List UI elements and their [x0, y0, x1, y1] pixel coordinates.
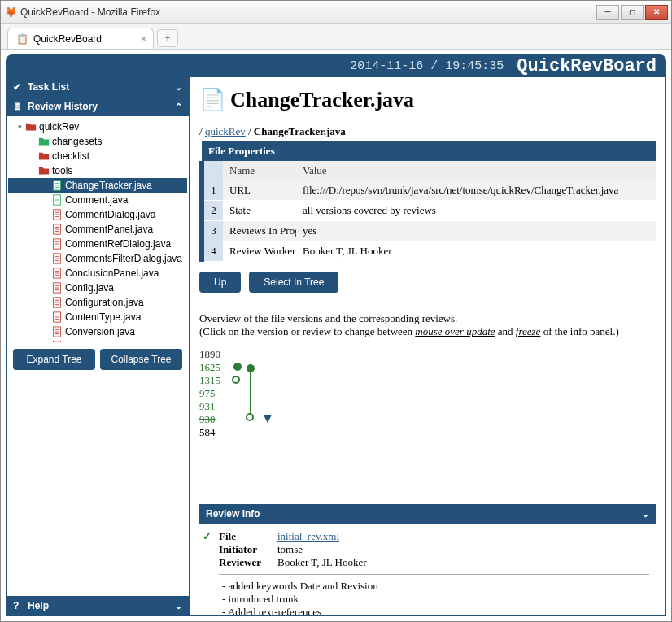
file-red-icon	[50, 268, 63, 279]
tree-item[interactable]: CommentsFilterDialog.java	[8, 251, 187, 266]
page-title: 📄 ChangeTracker.java	[199, 87, 656, 112]
version-link[interactable]: 931	[199, 400, 220, 413]
file-properties-table: File Properties Name Value 1URLfile:///D…	[199, 141, 656, 262]
file-red-icon	[50, 253, 63, 264]
folder-red-icon	[37, 150, 50, 162]
history-icon: 🗎	[13, 101, 24, 112]
check-icon: ✓	[203, 530, 212, 543]
version-link[interactable]: 1890	[199, 348, 220, 361]
table-row: 1URLfile:///D:/repos/svn/trunk/java/src/…	[202, 181, 656, 201]
panel-help[interactable]: ? Help ⌄	[7, 596, 189, 615]
maximize-button[interactable]: ◻	[621, 5, 644, 20]
file-icon: 📄	[199, 87, 225, 112]
tree-item[interactable]: ConclusionPanel.java	[8, 266, 187, 281]
file-red-icon	[50, 326, 63, 337]
review-reviewer: Booker T, JL Hooker	[277, 556, 367, 569]
checklist-icon: ✔	[13, 81, 24, 93]
panel-review-history[interactable]: 🗎 Review History ⌃	[7, 97, 189, 116]
version-link[interactable]: 1625	[199, 361, 220, 374]
sidebar: ✔ Task List ⌄ 🗎 Review History ⌃ ▾quickR…	[7, 77, 190, 615]
version-link[interactable]: 930	[199, 413, 220, 426]
folder-red-icon	[24, 121, 37, 133]
file-tree: ▾quickRevchangesetschecklisttoolsChangeT…	[7, 116, 189, 342]
file-red-icon	[50, 311, 63, 323]
tree-item[interactable]: Configuration.java	[8, 295, 187, 310]
tree-item[interactable]: ChangeTracker.java	[8, 178, 187, 193]
version-link[interactable]: 584	[199, 426, 220, 439]
file-green-icon	[50, 194, 63, 206]
review-note: added keywords Date and Revision	[222, 580, 649, 593]
up-button[interactable]: Up	[199, 272, 241, 293]
version-link[interactable]: 1315	[199, 374, 220, 387]
select-in-tree-button[interactable]: Select In Tree	[249, 272, 338, 293]
file-red-icon	[50, 238, 63, 250]
graph-ring[interactable]	[232, 376, 240, 384]
graph-ring[interactable]	[246, 413, 254, 421]
graph-dot[interactable]	[233, 363, 242, 371]
review-info-body: ✓ Fileinitial_rev.xml Initiatortomse Rev…	[199, 524, 656, 615]
firefox-icon: 🦊	[4, 6, 17, 19]
browser-tab[interactable]: 📋 QuickRevBoard ×	[7, 28, 154, 49]
new-tab-button[interactable]: +	[157, 29, 178, 47]
close-button[interactable]: ✕	[645, 5, 668, 20]
breadcrumb-root[interactable]: quickRev	[205, 125, 246, 137]
chevron-down-icon: ⌄	[642, 509, 649, 520]
minimize-button[interactable]: ─	[596, 5, 619, 20]
tree-item[interactable]: CommentPanel.java	[8, 222, 187, 237]
tree-item[interactable]: Comment.java	[8, 193, 187, 207]
browser-tabbar: 📋 QuickRevBoard × +	[1, 24, 671, 50]
table-row: 4Review WorkersBooker T, JL Hooker	[202, 241, 656, 262]
tree-item[interactable]: CommentRefDialog.java	[8, 237, 187, 251]
review-file-link[interactable]: initial_rev.xml	[277, 530, 339, 543]
tree-item[interactable]: changesets	[8, 134, 187, 149]
col-name: Name	[223, 161, 296, 181]
tree-item[interactable]: ▾quickRev	[8, 120, 187, 134]
main-content: 📄 ChangeTracker.java / quickRev / Change…	[190, 77, 665, 615]
tree-item[interactable]: tools	[8, 163, 187, 178]
funnel-icon[interactable]: ▼	[261, 411, 274, 426]
file-red-icon	[50, 224, 63, 235]
tree-item[interactable]: checklist	[8, 149, 187, 163]
graph-dot[interactable]	[247, 364, 255, 372]
tab-label: QuickRevBoard	[33, 33, 102, 45]
col-value: Value	[296, 161, 656, 181]
breadcrumb: / quickRev / ChangeTracker.java	[199, 125, 656, 138]
tree-item[interactable]: CommentDialog.java	[8, 207, 187, 222]
file-green-icon	[50, 180, 63, 191]
review-note: introduced trunk	[222, 593, 649, 606]
review-info-header[interactable]: Review Info ⌄	[199, 504, 656, 524]
table-row: 2Stateall versions covered by reviews	[202, 201, 656, 221]
panel-task-list-label: Task List	[28, 81, 69, 93]
breadcrumb-leaf: ChangeTracker.java	[254, 125, 346, 137]
graph-line	[250, 368, 251, 418]
tree-item[interactable]: ContentType.java	[8, 310, 187, 324]
collapse-tree-button[interactable]: Collapse Tree	[100, 349, 182, 370]
file-red-icon	[50, 209, 63, 220]
file-red-icon	[50, 282, 63, 294]
expand-tree-button[interactable]: Expand Tree	[13, 349, 95, 370]
tab-favicon: 📋	[16, 33, 28, 45]
file-red-icon	[50, 297, 63, 308]
folder-green-icon	[37, 136, 50, 147]
file-properties-header: File Properties	[202, 141, 656, 161]
header-brand: QuickRevBoard	[517, 56, 657, 76]
tab-close-icon[interactable]: ×	[141, 33, 146, 45]
folder-red-icon	[37, 165, 50, 176]
window-titlebar: 🦊 QuickRevBoard - Mozilla Firefox ─ ◻ ✕	[1, 1, 671, 24]
review-note: Added text-references	[222, 606, 649, 615]
tree-item[interactable]: Config.java	[8, 281, 187, 295]
version-graph: 189016251315975931930584 ▼	[199, 348, 656, 439]
header-timestamp: 2014-11-16 / 19:45:35	[350, 59, 504, 73]
help-icon: ?	[13, 600, 24, 611]
panel-task-list[interactable]: ✔ Task List ⌄	[7, 77, 189, 97]
chevron-down-icon: ⌄	[175, 82, 182, 93]
table-row: 3Reviews In Progressyes	[202, 221, 656, 241]
window-title: QuickRevBoard - Mozilla Firefox	[20, 7, 596, 18]
chevron-down-icon: ⌄	[175, 601, 182, 611]
version-link[interactable]: 975	[199, 387, 220, 400]
panel-review-history-label: Review History	[28, 101, 98, 112]
chevron-up-icon: ⌃	[175, 102, 182, 112]
tree-item[interactable]: Conversion.java	[8, 324, 187, 339]
review-initiator: tomse	[277, 543, 303, 556]
panel-help-label: Help	[28, 600, 49, 611]
